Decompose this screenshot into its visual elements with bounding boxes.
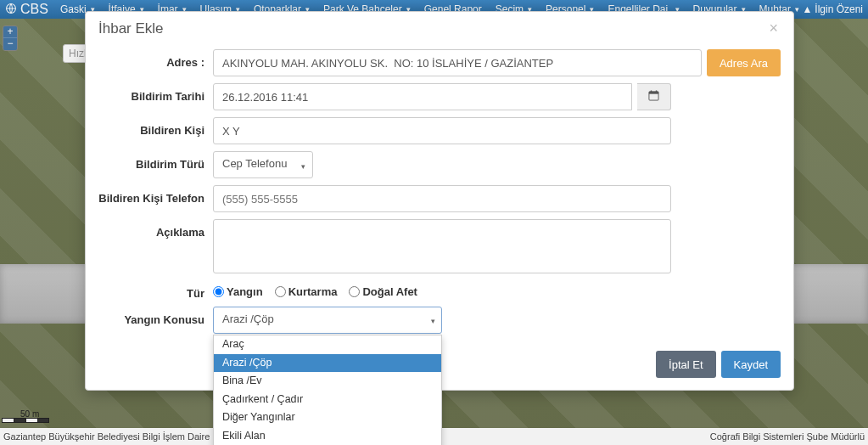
telefon-input[interactable] bbox=[213, 185, 671, 212]
yangin-konusu-value: Arazi /Çöp bbox=[213, 307, 442, 334]
yangin-konusu-select[interactable]: Arazi /Çöp ▾ AraçArazi /ÇöpBina /EvÇadır… bbox=[213, 307, 442, 334]
svg-rect-3 bbox=[651, 90, 652, 93]
svg-rect-2 bbox=[649, 92, 658, 94]
bildirim-turu-value: Cep Telefonu bbox=[222, 157, 287, 170]
bildirim-turu-select[interactable]: Cep Telefonu ▾ bbox=[213, 151, 313, 178]
bildiren-kisi-input[interactable] bbox=[213, 117, 671, 144]
label-tur: Tür bbox=[98, 280, 213, 300]
chevron-down-icon: ▾ bbox=[431, 317, 435, 325]
konu-option[interactable]: Araç bbox=[214, 335, 441, 354]
svg-rect-4 bbox=[656, 90, 657, 93]
radio-afet[interactable]: Doğal Afet bbox=[349, 285, 417, 298]
calendar-icon bbox=[648, 90, 659, 104]
adres-ara-button[interactable]: Adres Ara bbox=[707, 49, 781, 76]
konu-option[interactable]: Ekili Alan bbox=[214, 427, 441, 446]
konu-option[interactable]: Bina /Ev bbox=[214, 372, 441, 391]
label-kisi: Bildiren Kişi bbox=[98, 117, 213, 137]
radio-yangin[interactable]: Yangın bbox=[213, 285, 263, 298]
adres-input[interactable] bbox=[213, 49, 702, 76]
tur-radio-group: Yangın Kurtarma Doğal Afet bbox=[213, 280, 417, 298]
label-tarih: Bildirim Tarihi bbox=[98, 83, 213, 103]
konu-option[interactable]: Arazi /Çöp bbox=[214, 354, 441, 373]
konu-option[interactable]: Diğer Yangınlar bbox=[214, 408, 441, 427]
label-konu: Yangın Konusu bbox=[98, 307, 213, 326]
iptal-button[interactable]: İptal Et bbox=[656, 351, 715, 378]
radio-kurtarma[interactable]: Kurtarma bbox=[275, 285, 338, 298]
label-turu: Bildirim Türü bbox=[98, 151, 213, 171]
label-aciklama: Açıklama bbox=[98, 219, 213, 239]
yangin-konusu-dropdown: AraçArazi /ÇöpBina /EvÇadırkent / ÇadırD… bbox=[213, 335, 442, 445]
label-telefon: Bildiren Kişi Telefon bbox=[98, 185, 213, 205]
chevron-down-icon: ▾ bbox=[301, 162, 305, 171]
kaydet-button[interactable]: Kaydet bbox=[721, 351, 781, 378]
ihbar-ekle-modal: × İhbar Ekle Adres : Adres Ara Bildirim … bbox=[85, 11, 794, 391]
konu-option[interactable]: Çadırkent / Çadır bbox=[214, 391, 441, 409]
tarih-input[interactable] bbox=[213, 83, 632, 110]
label-adres: Adres : bbox=[98, 49, 213, 69]
close-icon[interactable]: × bbox=[764, 19, 783, 38]
modal-title: İhbar Ekle bbox=[86, 12, 793, 44]
aciklama-textarea[interactable] bbox=[213, 219, 671, 273]
calendar-button[interactable] bbox=[637, 83, 671, 110]
modal-body: Adres : Adres Ara Bildirim Tarihi Bildir… bbox=[86, 44, 793, 342]
